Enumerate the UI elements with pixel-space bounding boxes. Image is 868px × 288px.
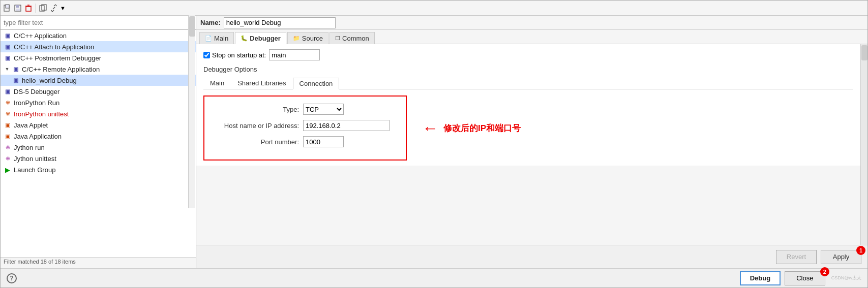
tree-item-label: C/C++ Remote Application — [22, 66, 100, 73]
jython-icon: ❋ — [4, 154, 12, 163]
footer-right: Debug Close 2 CSDN@w太太 — [740, 271, 861, 285]
java-icon: ▣ — [4, 121, 12, 129]
right-scroll: Stop on startup at: Debugger Options Mai… — [196, 44, 867, 245]
port-input[interactable] — [303, 136, 344, 147]
cpp-sub-icon: ▣ — [12, 76, 20, 84]
delete-icon[interactable] — [24, 4, 33, 13]
duplicate-icon[interactable] — [39, 4, 48, 13]
revert-button[interactable]: Revert — [776, 250, 817, 264]
debug-button-wrapper: Debug — [740, 271, 781, 285]
type-label: Type: — [213, 106, 299, 113]
tree-item-label: hello_world Debug — [22, 77, 77, 84]
tree-item-cpp-remote[interactable]: ▼ ▣ C/C++ Remote Application — [1, 63, 196, 75]
cpp-icon: ▣ — [4, 43, 12, 51]
tree-item-cpp-app[interactable]: ▣ C/C++ Application — [1, 30, 196, 41]
tree-item-label: C/C++ Postmortem Debugger — [14, 54, 101, 62]
help-icon[interactable]: ? — [7, 273, 17, 283]
apply-button-wrapper: Apply 1 — [821, 250, 861, 264]
name-bar: Name: — [196, 16, 867, 30]
tree-item-label: DS-5 Debugger — [14, 88, 59, 95]
badge-2: 2 — [820, 267, 829, 276]
annotation-area: ← 修改后的IP和端口号 — [422, 119, 521, 138]
java-icon: ▣ — [4, 132, 12, 140]
tree-item-jython-run[interactable]: ❋ Jython run — [1, 142, 196, 153]
debug-button[interactable]: Debug — [740, 271, 781, 285]
tree-item-iron-run[interactable]: ❋ IronPython Run — [1, 97, 196, 108]
stop-checkbox-item: Stop on startup at: — [203, 51, 266, 59]
filter-input[interactable] — [1, 16, 196, 30]
host-input[interactable] — [303, 120, 390, 131]
tab-common[interactable]: ☐ Common — [330, 32, 375, 44]
iron-icon: ❋ — [4, 110, 12, 118]
tree-item-java-applet[interactable]: ▣ Java Applet — [1, 119, 196, 131]
page-icon: 📄 — [205, 35, 212, 42]
sub-tab-shared-libs[interactable]: Shared Libraries — [231, 77, 292, 89]
common-icon: ☐ — [335, 35, 340, 42]
host-row: Host name or IP address: — [213, 120, 398, 131]
tree-item-label: IronPython Run — [14, 99, 59, 107]
tab-label: Debugger — [250, 35, 281, 42]
close-button[interactable]: Close — [785, 271, 825, 285]
stop-label: Stop on startup at: — [212, 51, 266, 59]
tree-item-label: Jython run — [14, 144, 45, 151]
right-content: Stop on startup at: Debugger Options Mai… — [196, 44, 860, 166]
toolbar: ▼ — [1, 1, 867, 16]
host-label: Host name or IP address: — [213, 122, 299, 130]
left-panel: ▣ C/C++ Application ▣ C/C++ Attach to Ap… — [1, 16, 196, 268]
sub-tab-label: Connection — [300, 80, 333, 87]
new-config-icon[interactable] — [3, 4, 12, 13]
tree-item-label: C/C++ Attach to Application — [14, 43, 94, 51]
bug-icon: 🐛 — [241, 35, 248, 42]
tree-item-label: Java Applet — [14, 121, 48, 129]
debugger-options-label: Debugger Options — [203, 66, 853, 73]
stop-value-input[interactable] — [269, 49, 320, 60]
tree-item-jython-unittest[interactable]: ❋ Jython unittest — [1, 153, 196, 164]
bottom-actions: Revert Apply 1 — [196, 245, 867, 268]
tree-item-cpp-attach[interactable]: ▣ C/C++ Attach to Application — [1, 41, 196, 52]
type-select[interactable]: TCP UDP Serial — [303, 104, 344, 115]
cpp-icon: ▣ — [4, 54, 12, 62]
more-dropdown[interactable]: ▼ — [60, 5, 66, 11]
link-icon[interactable] — [49, 4, 58, 13]
tab-main[interactable]: 📄 Main — [199, 32, 234, 44]
right-panel: Name: 📄 Main 🐛 Debugger 📁 Source — [196, 16, 867, 268]
tab-label: Main — [214, 35, 228, 42]
apply-button[interactable]: Apply — [821, 250, 861, 264]
type-row: Type: TCP UDP Serial — [213, 104, 398, 115]
name-label: Name: — [200, 19, 221, 26]
tree-item-iron-unittest[interactable]: ❋ IronPython unittest — [1, 108, 196, 119]
save-icon[interactable] — [13, 4, 22, 13]
stop-row: Stop on startup at: — [203, 49, 853, 60]
tree-item-cpp-postmortem[interactable]: ▣ C/C++ Postmortem Debugger — [1, 52, 196, 63]
port-row: Port number: — [213, 136, 398, 147]
tab-debugger[interactable]: 🐛 Debugger — [235, 32, 286, 44]
tree-item-label: Jython unittest — [14, 155, 56, 163]
scrollbar-thumb[interactable] — [189, 16, 195, 37]
jython-icon: ❋ — [4, 143, 12, 151]
right-scrollbar-thumb[interactable] — [861, 45, 867, 60]
close-button-wrapper: Close 2 — [785, 271, 825, 285]
footer-bar: ? Debug Close 2 CSDN@w太太 — [1, 268, 867, 287]
tab-source[interactable]: 📁 Source — [287, 32, 328, 44]
cpp-icon: ▣ — [12, 65, 20, 73]
tree-item-hello-world[interactable]: ▣ hello_world Debug — [1, 75, 196, 86]
name-input[interactable] — [224, 17, 336, 28]
tree-item-ds5[interactable]: ▣ DS-5 Debugger — [1, 86, 196, 97]
left-scrollbar[interactable] — [188, 16, 195, 208]
tree-item-label: Launch Group — [14, 166, 55, 174]
watermark: CSDN@w太太 — [831, 275, 861, 281]
right-scrollbar[interactable] — [860, 44, 867, 245]
launch-icon: ▶ — [4, 166, 12, 174]
footer-left: ? — [7, 273, 17, 283]
stop-checkbox[interactable] — [203, 52, 210, 58]
sub-tab-connection[interactable]: Connection — [293, 78, 340, 89]
svg-rect-5 — [26, 7, 31, 11]
filter-status: Filter matched 18 of 18 items — [1, 257, 196, 268]
tree-item-label: IronPython unittest — [14, 110, 69, 118]
expand-arrow: ▼ — [4, 66, 11, 73]
tree-item-launch-group[interactable]: ▶ Launch Group — [1, 164, 196, 175]
tab-label: Source — [302, 35, 323, 42]
tree-item-label: C/C++ Application — [14, 32, 67, 40]
sub-tab-main[interactable]: Main — [203, 77, 231, 89]
tree-item-java-app[interactable]: ▣ Java Application — [1, 131, 196, 142]
